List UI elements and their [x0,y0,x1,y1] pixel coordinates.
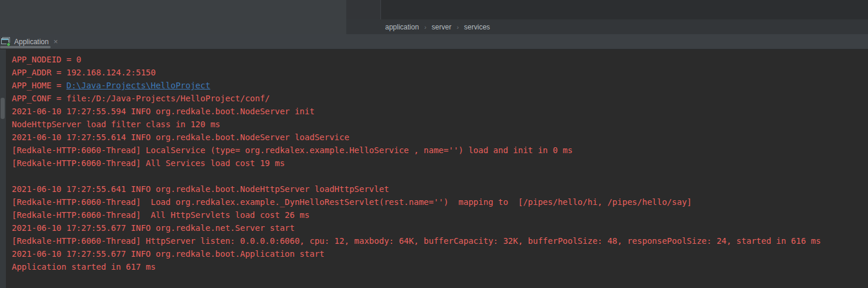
file-path-link[interactable]: D:\Java-Projects\HelloProject [67,81,210,90]
console-line: 2021-06-10 17:27:55.594 INFO org.redkale… [12,105,868,118]
console-line: [Redkale-HTTP:6060-Thread] All Services … [12,157,868,170]
console-line: 2021-06-10 17:27:55.641 INFO org.redkale… [12,183,868,196]
left-editor-panel [0,0,346,34]
console-line: 2021-06-10 17:27:55.614 INFO org.redkale… [12,131,868,144]
console-line: APP_NODEID = 0 [12,53,868,66]
breadcrumb-item-services[interactable]: services [464,23,490,31]
chevron-right-icon: › [456,24,459,31]
console-line: [Redkale-HTTP:6060-Thread] Load org.redk… [12,196,868,208]
console-line: Application started in 617 ms [12,260,868,273]
console-line: 2021-06-10 17:27:55.677 INFO org.redkale… [12,221,868,234]
console-line: APP_CONF = file:/D:/Java-Projects/HelloP… [12,92,868,105]
console-output: APP_NODEID = 0APP_ADDR = 192.168.124.2:5… [12,53,868,273]
console-line: 2021-06-10 17:27:55.677 INFO org.redkale… [12,247,868,260]
console-line: NodeHttpServer load filter class in 120 … [12,118,868,131]
breadcrumb-item-application[interactable]: application [385,23,419,31]
close-icon[interactable]: × [54,38,58,45]
selected-tab-underline [0,46,51,48]
scrollbar-thumb[interactable] [1,98,5,119]
console-run-icon [1,37,11,47]
breadcrumb-item-server[interactable]: server [432,23,451,31]
console-line: APP_HOME = D:\Java-Projects\HelloProject [12,79,868,92]
console-text: APP_HOME = [12,81,67,90]
console-line: APP_ADDR = 192.168.124.2:5150 [12,66,868,79]
right-editor-area: application › server › services [346,0,868,34]
tab-label: Application [14,38,49,46]
editor-strip-segment [346,0,380,19]
editor-content-area [381,0,868,19]
console-line: [Redkale-HTTP:6060-Thread] HttpServer li… [12,234,868,247]
console-line: [Redkale-HTTP:6060-Thread] LocalService … [12,144,868,157]
chevron-right-icon: › [424,24,426,31]
breadcrumb: application › server › services [346,19,868,34]
console-line [12,170,868,183]
console-line: [Redkale-HTTP:6060-Thread] All HttpServl… [12,208,868,221]
editor-empty-strip [346,0,868,19]
console-gutter [0,49,6,288]
run-console[interactable]: APP_NODEID = 0APP_ADDR = 192.168.124.2:5… [0,49,868,288]
run-toolwindow-tab-bar: Application × [0,34,868,49]
top-area: application › server › services [0,0,868,34]
